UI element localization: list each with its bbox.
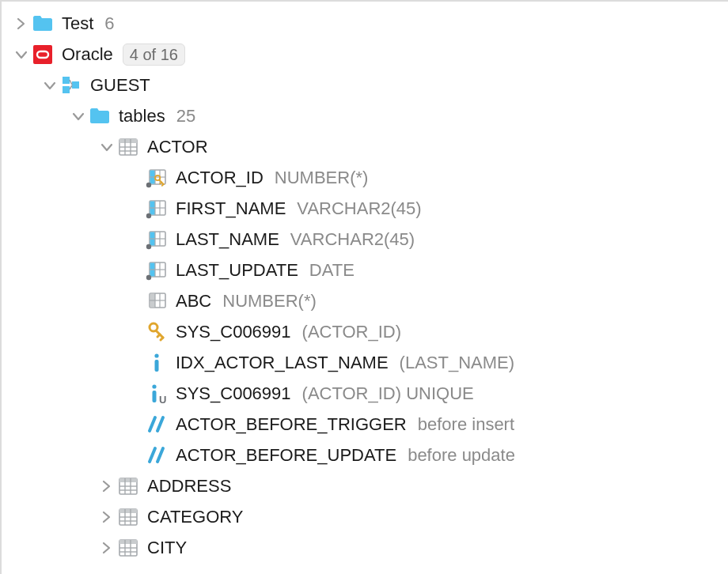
table-icon	[117, 136, 139, 158]
index-detail: (LAST_NAME)	[400, 353, 514, 373]
trigger-icon	[146, 444, 168, 466]
chevron-right-icon[interactable]	[13, 15, 30, 32]
notnull-column-icon	[146, 259, 168, 281]
tree-item-test[interactable]: Test 6	[2, 8, 728, 39]
folder-icon	[89, 105, 111, 127]
chevron-down-icon[interactable]	[41, 77, 59, 94]
column-type: VARCHAR2(45)	[290, 229, 415, 250]
tree-item-badge: 4 of 16	[123, 43, 185, 66]
tree-item-table-address[interactable]: ADDRESS	[2, 470, 728, 501]
tree-item-label: tables	[119, 106, 165, 127]
table-icon	[117, 506, 139, 528]
primary-key-column-icon	[146, 167, 168, 189]
chevron-right-icon[interactable]	[98, 508, 116, 526]
key-icon	[146, 321, 168, 343]
column-type: NUMBER(*)	[222, 291, 317, 312]
tree-item-index-idx-actor-last-name[interactable]: IDX_ACTOR_LAST_NAME (LAST_NAME)	[2, 347, 728, 378]
tree-item-label: Oracle	[62, 44, 113, 65]
tree-item-label: IDX_ACTOR_LAST_NAME	[176, 353, 389, 373]
chevron-down-icon[interactable]	[70, 108, 87, 125]
tree-item-key-sysc006991[interactable]: SYS_C006991 (ACTOR_ID)	[2, 316, 728, 347]
chevron-down-icon[interactable]	[98, 138, 116, 156]
tree-item-trigger-before-insert[interactable]: ACTOR_BEFORE_TRIGGER before insert	[2, 409, 728, 440]
tree-item-index-sysc006991-unique[interactable]: U SYS_C006991 (ACTOR_ID) UNIQUE	[2, 378, 728, 409]
column-type: VARCHAR2(45)	[297, 198, 421, 219]
tree-item-column-last-name[interactable]: LAST_NAME VARCHAR2(45)	[2, 224, 728, 255]
tree-item-label: CATEGORY	[147, 507, 243, 527]
table-icon	[117, 537, 139, 559]
tree-item-label: ACTOR_BEFORE_UPDATE	[176, 445, 396, 466]
tree-item-column-actor-id[interactable]: ACTOR_ID NUMBER(*)	[2, 162, 728, 193]
notnull-column-icon	[146, 198, 168, 220]
tree-item-label: LAST_UPDATE	[176, 260, 298, 281]
tree-item-label: LAST_NAME	[176, 229, 279, 250]
tree-item-schema-guest[interactable]: GUEST	[2, 70, 728, 100]
tree-item-tables[interactable]: tables 25	[2, 100, 728, 131]
index-detail: (ACTOR_ID) UNIQUE	[302, 383, 474, 404]
tree-item-column-first-name[interactable]: FIRST_NAME VARCHAR2(45)	[2, 193, 728, 224]
tree-item-label: ACTOR_ID	[176, 168, 264, 188]
folder-icon	[32, 13, 54, 35]
notnull-column-icon	[146, 228, 168, 251]
chevron-right-icon[interactable]	[98, 478, 116, 495]
tree-item-label: CITY	[147, 538, 187, 558]
key-detail: (ACTOR_ID)	[302, 322, 402, 342]
tree-item-oracle[interactable]: Oracle 4 of 16	[2, 39, 728, 70]
tree-item-label: GUEST	[90, 75, 150, 96]
column-icon	[146, 290, 168, 312]
trigger-detail: before insert	[418, 414, 514, 435]
tree-item-label: ADDRESS	[147, 476, 231, 497]
column-type: DATE	[309, 260, 355, 281]
chevron-right-icon[interactable]	[98, 539, 116, 557]
tree-item-column-abc[interactable]: ABC NUMBER(*)	[2, 285, 728, 316]
oracle-icon	[32, 43, 54, 66]
tree-item-count: 25	[176, 106, 195, 127]
tree-item-table-city[interactable]: CITY	[2, 532, 728, 563]
database-tree: Test 6 Oracle 4 of 16 GUEST tables 25 AC…	[2, 2, 728, 563]
tree-item-label: SYS_C006991	[176, 383, 291, 404]
tree-item-trigger-before-update[interactable]: ACTOR_BEFORE_UPDATE before update	[2, 440, 728, 470]
table-icon	[117, 475, 139, 497]
index-icon	[146, 352, 168, 374]
tree-item-table-category[interactable]: CATEGORY	[2, 501, 728, 532]
tree-item-column-last-update[interactable]: LAST_UPDATE DATE	[2, 255, 728, 285]
tree-item-label: ACTOR	[147, 137, 208, 157]
tree-item-label: ACTOR_BEFORE_TRIGGER	[176, 414, 407, 435]
tree-item-count: 6	[104, 13, 114, 34]
trigger-icon	[146, 414, 168, 436]
chevron-down-icon[interactable]	[13, 46, 30, 63]
tree-item-label: FIRST_NAME	[176, 198, 286, 219]
unique-index-icon: U	[146, 383, 168, 405]
tree-item-label: SYS_C006991	[176, 322, 291, 342]
tree-item-table-actor[interactable]: ACTOR	[2, 131, 728, 162]
tree-item-label: Test	[62, 13, 93, 34]
schema-icon	[60, 74, 82, 96]
column-type: NUMBER(*)	[275, 168, 369, 188]
trigger-detail: before update	[408, 445, 515, 466]
tree-item-label: ABC	[176, 291, 211, 312]
svg-text:U: U	[159, 394, 166, 405]
